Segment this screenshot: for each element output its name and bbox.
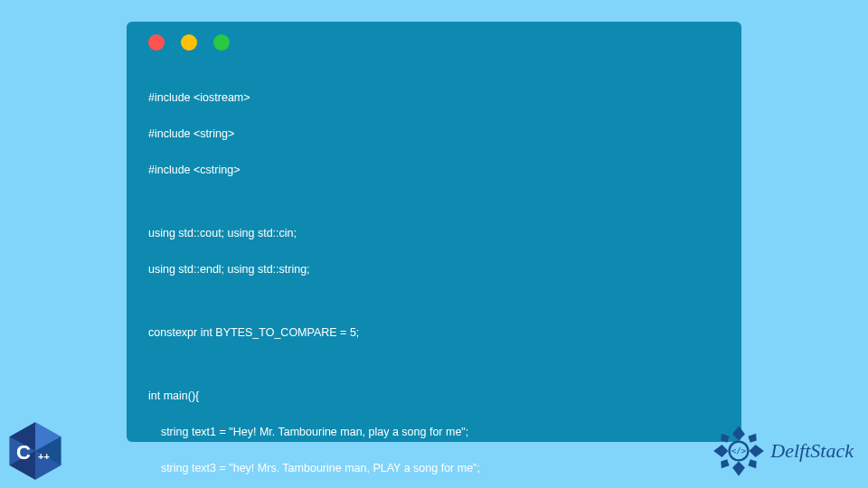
svg-marker-8	[732, 462, 745, 476]
code-line: string text3 = "hey! Mrs. Tambourine man…	[148, 459, 720, 477]
svg-marker-14	[749, 459, 757, 468]
close-icon	[148, 34, 165, 51]
code-line: string text1 = "Hey! Mr. Tambourine man,…	[148, 423, 720, 441]
cpp-logo-label: C	[16, 441, 30, 465]
svg-marker-13	[722, 459, 730, 468]
code-line: #include <cstring>	[148, 161, 720, 179]
delftstack-icon: </>	[712, 425, 765, 477]
minimize-icon	[181, 34, 197, 51]
maximize-icon	[213, 34, 230, 51]
code-line: #include <iostream>	[148, 89, 720, 107]
code-window: #include <iostream> #include <string> #i…	[127, 22, 741, 442]
code-block: #include <iostream> #include <string> #i…	[148, 70, 720, 488]
code-line: #include <string>	[148, 125, 720, 143]
delftstack-logo: </> DelftStack	[712, 425, 854, 477]
svg-marker-7	[732, 426, 745, 440]
svg-marker-10	[750, 445, 764, 457]
code-line: using std::cout; using std::cin;	[148, 224, 720, 242]
svg-marker-12	[749, 434, 757, 443]
code-line: constexpr int BYTES_TO_COMPARE = 5;	[148, 324, 720, 342]
svg-text:</>: </>	[731, 446, 747, 455]
svg-marker-9	[714, 445, 729, 457]
svg-marker-11	[722, 434, 730, 443]
cpp-logo-icon: C ++	[0, 418, 71, 488]
code-line: int main(){	[148, 387, 720, 405]
cpp-logo-plus: ++	[38, 451, 50, 462]
delftstack-label: DelftStack	[770, 439, 854, 463]
window-traffic-lights	[148, 34, 720, 51]
code-line: using std::endl; using std::string;	[148, 260, 720, 278]
